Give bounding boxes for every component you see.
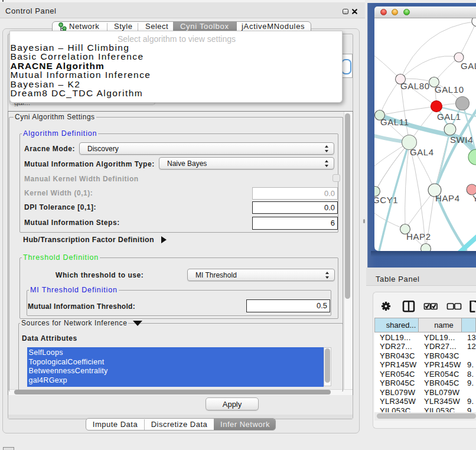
svg-text:GAL10: GAL10: [435, 84, 464, 94]
svg-text:GAL80: GAL80: [400, 81, 430, 91]
svg-text:HAP4: HAP4: [435, 193, 460, 203]
svg-text:HAP2: HAP2: [406, 231, 431, 242]
svg-text:SWI4: SWI4: [450, 135, 473, 145]
svg-text:Y: Y: [472, 193, 476, 203]
svg-text:GAL2: GAL2: [461, 61, 476, 71]
svg-text:GAL11: GAL11: [380, 117, 409, 127]
svg-text:GAL4: GAL4: [410, 147, 434, 157]
svg-text:GAL1: GAL1: [437, 112, 461, 122]
svg-text:GCY1: GCY1: [374, 195, 398, 205]
